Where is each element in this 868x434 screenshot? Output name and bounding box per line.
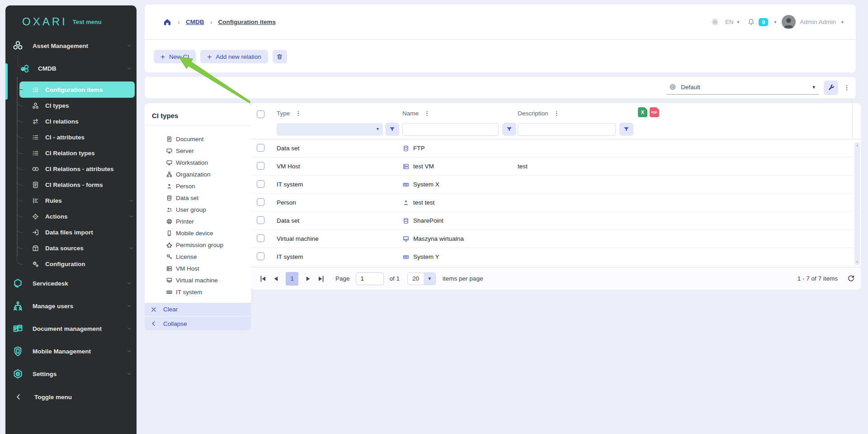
table-row[interactable]: IT system System X xyxy=(251,176,861,194)
sidebar-subitem[interactable]: Actions xyxy=(17,209,137,224)
first-page-button[interactable] xyxy=(258,274,268,284)
sidebar-item[interactable]: Mobile Management xyxy=(5,340,137,362)
notification-badge[interactable]: 0 xyxy=(759,18,768,26)
type-filter-select[interactable]: ▾ xyxy=(277,123,383,136)
select-all-checkbox[interactable] xyxy=(257,110,264,118)
cell-name: SharePoint xyxy=(402,217,518,224)
ci-type-item[interactable]: Mobile device xyxy=(166,227,251,239)
table-row[interactable]: Data set FTP xyxy=(251,139,861,157)
sidebar-item[interactable]: Document management xyxy=(5,317,137,340)
description-filter-input[interactable] xyxy=(518,123,616,136)
sidebar-subitem[interactable]: Data files import xyxy=(17,224,137,240)
trash-icon xyxy=(276,53,283,60)
column-menu-icon[interactable]: ⋮ xyxy=(424,110,429,116)
chevron-down-icon[interactable]: ▾ xyxy=(841,19,844,24)
name-filter-button[interactable] xyxy=(502,123,516,136)
previous-page-button[interactable] xyxy=(271,274,281,284)
row-checkbox[interactable] xyxy=(257,253,264,260)
sidebar-subitem[interactable]: Rules xyxy=(17,193,137,209)
next-page-button[interactable] xyxy=(303,274,313,284)
refresh-icon[interactable] xyxy=(847,275,855,282)
sidebar-subitem[interactable]: CI - attributes xyxy=(17,129,137,145)
table-row[interactable]: Virtual machine Maszyna wirtualna xyxy=(251,230,861,248)
clear-button[interactable]: Clear xyxy=(145,303,251,316)
row-checkbox[interactable] xyxy=(257,162,264,170)
bell-icon[interactable] xyxy=(747,18,755,26)
ci-type-item[interactable]: Organization xyxy=(166,168,251,180)
table-row[interactable]: IT system System Y xyxy=(251,248,861,266)
row-checkbox[interactable] xyxy=(257,144,264,152)
gear-icon[interactable] xyxy=(711,18,719,26)
view-selector[interactable]: Default ▾ xyxy=(666,81,819,95)
ci-type-item[interactable]: Virtual machine xyxy=(166,274,251,286)
sidebar-item-asset-management[interactable]: Asset Management xyxy=(5,36,137,55)
avatar[interactable] xyxy=(782,15,796,29)
ci-type-item[interactable]: Person xyxy=(166,180,251,192)
home-icon[interactable] xyxy=(163,18,172,27)
ci-type-item[interactable]: Workstation xyxy=(166,157,251,168)
last-page-button[interactable] xyxy=(316,274,326,284)
table-row[interactable]: Person test test xyxy=(251,194,861,212)
delete-button[interactable] xyxy=(273,50,287,63)
column-menu-icon[interactable]: ⋮ xyxy=(295,110,301,116)
table-row[interactable]: Data set SharePoint xyxy=(251,212,861,230)
column-menu-icon[interactable]: ⋮ xyxy=(554,110,559,116)
row-checkbox[interactable] xyxy=(257,216,264,224)
ci-type-item[interactable]: Data set xyxy=(166,192,251,204)
sidebar-subitem[interactable]: CI Relation types xyxy=(17,145,137,161)
ci-type-item[interactable]: Permission group xyxy=(166,239,251,251)
column-header-description: Description ⋮ xyxy=(518,110,559,117)
sidebar-subitem[interactable]: CI Relations - attributes xyxy=(17,161,137,177)
export-pdf-icon[interactable]: PDF xyxy=(650,107,659,117)
sidebar-item[interactable]: Settings xyxy=(5,362,137,385)
kebab-menu-icon[interactable] xyxy=(843,83,850,93)
page-1-button[interactable]: 1 xyxy=(286,272,298,286)
sidebar-subitem[interactable]: CI types xyxy=(17,98,137,114)
row-checkbox[interactable] xyxy=(257,198,264,206)
language-selector[interactable]: EN xyxy=(725,19,733,25)
ci-type-item[interactable]: License xyxy=(166,251,251,262)
breadcrumb-current[interactable]: Configuration items xyxy=(218,19,276,25)
grid-settings-button[interactable] xyxy=(824,81,838,95)
sidebar-item-cmdb[interactable]: CMDB xyxy=(5,59,137,78)
ci-type-item[interactable]: Document xyxy=(166,133,251,145)
ci-type-label: Workstation xyxy=(176,159,208,166)
ci-type-item[interactable]: Printer xyxy=(166,215,251,227)
page-number-input[interactable] xyxy=(356,272,384,285)
ci-type-item[interactable]: VM Host xyxy=(166,262,251,274)
user-menu[interactable]: Admin Admin xyxy=(800,19,836,25)
ci-types-title: CI types xyxy=(145,103,251,126)
collapse-button[interactable]: Collapse xyxy=(145,317,251,330)
chevron-down-icon xyxy=(127,43,132,48)
sidebar-subitem[interactable]: Data sources xyxy=(17,240,137,256)
ci-type-item[interactable]: User group xyxy=(166,204,251,215)
sidebar-item[interactable]: Manage users xyxy=(5,295,137,317)
description-filter-button[interactable] xyxy=(619,123,633,136)
table-row[interactable]: VM Host test VM test xyxy=(251,157,861,176)
ci-type-item[interactable]: Server xyxy=(166,145,251,157)
ci-type-item[interactable]: IT system xyxy=(166,286,251,298)
chevron-down-icon[interactable]: ▾ xyxy=(737,19,739,24)
sidebar-subitem[interactable]: CI relations xyxy=(17,114,137,129)
row-checkbox[interactable] xyxy=(257,234,264,242)
sidebar-subitem[interactable]: Configuration items xyxy=(19,81,135,98)
ci-type-label: Printer xyxy=(176,218,194,225)
cell-name: FTP xyxy=(402,145,518,152)
row-checkbox[interactable] xyxy=(257,180,264,188)
export-excel-icon[interactable]: X xyxy=(638,107,647,117)
breadcrumb-cmdb-link[interactable]: CMDB xyxy=(186,19,204,25)
add-new-relation-button[interactable]: + Add new relation xyxy=(200,50,268,63)
chevron-down-icon[interactable]: ▾ xyxy=(774,19,776,24)
sidebar-subitem[interactable]: Configuration xyxy=(17,256,137,272)
vertical-scrollbar[interactable]: ▴▾ xyxy=(854,143,860,265)
name-filter-input[interactable] xyxy=(402,123,499,136)
sidebar-item[interactable]: Servicedesk xyxy=(5,272,137,295)
funnel-icon xyxy=(623,126,630,133)
chevron-down-icon xyxy=(127,281,132,286)
new-ci-button[interactable]: + New CI xyxy=(154,50,196,63)
toggle-menu-button[interactable]: Toggle menu xyxy=(5,387,137,407)
mobile-icon xyxy=(166,230,173,237)
type-filter-button[interactable] xyxy=(385,123,399,136)
items-per-page-select[interactable]: 20 ▼ xyxy=(407,272,436,285)
sidebar-subitem[interactable]: CI Relations - forms xyxy=(17,177,137,193)
